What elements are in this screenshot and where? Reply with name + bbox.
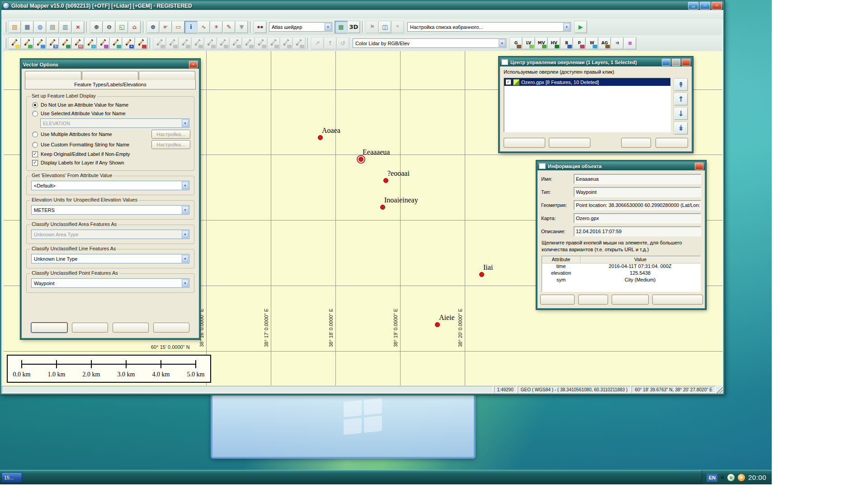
tray-collapse-icon[interactable]: < [721,474,724,481]
close-button[interactable]: × [712,2,722,9]
position-button[interactable] [612,295,649,305]
digitizer-create-line-icon[interactable] [21,38,33,49]
tab-feature-types[interactable]: Feature Types/Labels/Elevations [25,80,196,89]
pan-tool-icon[interactable]: ☛ [160,21,172,33]
lidar-med-veg-icon[interactable]: MV [535,38,547,49]
more-tools-icon[interactable]: ▼ [236,21,248,33]
maximize-icon[interactable] [672,59,680,66]
chevron-down-icon[interactable]: ▼ [182,279,189,287]
toolbar-grip[interactable] [4,22,6,33]
flag-marker-icon[interactable]: ⚑ [366,21,378,33]
chevron-down-icon[interactable]: ▼ [563,23,570,31]
maximize-button[interactable]: □ [700,2,710,9]
tab-layer-projection[interactable] [139,71,195,80]
menu-gps[interactable] [47,14,55,15]
feature-info-tool-icon[interactable]: i [185,21,197,33]
menu-file[interactable] [4,14,11,15]
digitizer-create-circle-icon[interactable]: ○ [85,38,97,49]
close-icon[interactable]: × [189,61,198,68]
edit-vertices-icon[interactable] [192,38,204,49]
edit-crop-feature-icon[interactable] [255,38,267,49]
undo-edit-icon[interactable]: ↺ [337,38,349,49]
delete-feature-button[interactable] [578,295,608,305]
zoom-out-icon[interactable]: ⊖ [103,21,115,33]
table-row[interactable]: symCity (Medium) [542,277,700,284]
radio-custom-format[interactable] [32,142,38,148]
lidar-low-veg-icon[interactable]: LV [523,38,535,49]
measure-tool-icon[interactable]: ▭ [172,21,184,33]
edit-copy-feature-icon[interactable] [268,38,280,49]
minimize-icon[interactable] [662,59,670,66]
edit-join-lines-icon[interactable] [217,38,229,49]
shader-combo[interactable]: Atlas шейдер ▼ [269,22,332,32]
chevron-down-icon[interactable]: ▼ [182,206,189,214]
ok-button[interactable] [31,323,67,333]
help-button[interactable] [153,323,189,333]
home-view-icon[interactable]: ⌂ [128,21,141,33]
edit-split-line-icon[interactable] [204,38,217,49]
full-view-icon[interactable]: ◱ [116,21,128,33]
overlay-list[interactable]: ✓Ozero.gpx [8 Features, 10 Deleted] [504,78,671,132]
online-data-icon[interactable]: ◍ [34,21,46,33]
lidar-high-veg-icon[interactable]: HV [548,38,560,49]
attribute-column-header[interactable]: Attribute [542,256,580,263]
menu-search[interactable] [40,14,47,15]
elevation-units-combo[interactable]: METERS▼ [31,205,189,215]
path-profile-icon[interactable]: ∿ [198,21,210,33]
move-bottom-button[interactable]: ↡ [674,122,688,134]
digitizer-create-rectangle-icon[interactable] [59,38,71,49]
lidar-ground-icon[interactable]: G [510,38,522,49]
edit-buffer-feature-icon[interactable] [242,38,255,49]
walk-3d-icon[interactable]: 3D [348,21,360,33]
shift-feature-icon[interactable]: ↗ [311,38,324,49]
language-indicator[interactable]: EN [707,474,717,482]
digitizer-create-area-icon[interactable] [34,38,46,49]
waypoint-dot-icon[interactable] [380,205,385,210]
menu-edit[interactable] [11,14,19,15]
radio-multiple-attributes[interactable] [32,131,38,137]
radio-no-attribute[interactable] [32,102,38,108]
dialog-title-bar[interactable]: Центр управления оверлеями (1 Layers, 1 … [500,58,692,66]
chevron-down-icon[interactable]: ▼ [182,255,189,263]
menu-view[interactable] [19,14,26,15]
taskbar-clock[interactable]: 20:00 [748,474,766,481]
classify-line-combo[interactable]: Unknown Line Type▼ [31,254,189,263]
tab-line-styles[interactable] [25,71,81,80]
move-up-button[interactable]: ↑ [674,93,688,105]
edit-delete-feature-icon[interactable] [293,38,305,49]
overlay-control-icon[interactable]: ▤ [47,21,59,33]
view-3d-icon[interactable]: ◫ [379,21,391,33]
digitizer-create-point-icon[interactable] [9,38,21,49]
run-favorite-icon[interactable]: ▶ [575,21,587,33]
waypoint-dot-icon[interactable] [383,178,388,183]
digitizer-create-track-icon[interactable] [135,38,147,49]
minimize-button[interactable]: ▁ [688,2,698,9]
digitizer-add-vertex-icon[interactable]: + [123,38,135,49]
favorites-combo[interactable]: Настройка списка избранного... ▼ [407,22,571,32]
layer-checkbox[interactable]: ✓ [505,79,511,85]
taskbar-window-button[interactable]: 15... [1,472,22,483]
edit-scale-feature-icon[interactable] [179,38,191,49]
lidar-building-icon[interactable]: B [561,38,573,49]
overlay-list-item[interactable]: ✓Ozero.gpx [8 Features, 10 Deleted] [504,78,670,86]
lidar-extract-icon[interactable]: ⇉ [611,38,623,49]
hide-layer-button[interactable] [621,138,651,148]
menu-help[interactable] [55,14,62,15]
dialog-title-bar[interactable]: Vector Options × [22,60,199,69]
waypoint-dot-icon[interactable] [435,322,440,327]
chevron-down-icon[interactable]: ▼ [182,182,189,189]
lidar-palette-icon[interactable]: ▦ [624,38,636,49]
lidar-color-combo[interactable]: Color Lidar by RGB/Elev ▼ [353,38,506,48]
save-icon[interactable]: ▦ [21,21,33,33]
waypoint-dot-icon[interactable] [318,135,323,140]
view-shed-icon[interactable]: ☀ [210,21,222,33]
toolbar-grip[interactable] [4,38,6,49]
classify-point-combo[interactable]: Waypoint▼ [31,278,189,288]
digitizer-create-spline-icon[interactable]: S [47,38,59,49]
zoom-in-icon[interactable]: ⊕ [90,21,103,33]
zoom-tool-icon[interactable]: ⊕ [147,21,159,33]
tray-app-icon[interactable]: ● [738,474,745,481]
raise-feature-icon[interactable]: ↑ [324,38,336,49]
star-view-icon[interactable]: * [392,21,404,33]
digitizer-create-grid-icon[interactable] [97,38,109,49]
